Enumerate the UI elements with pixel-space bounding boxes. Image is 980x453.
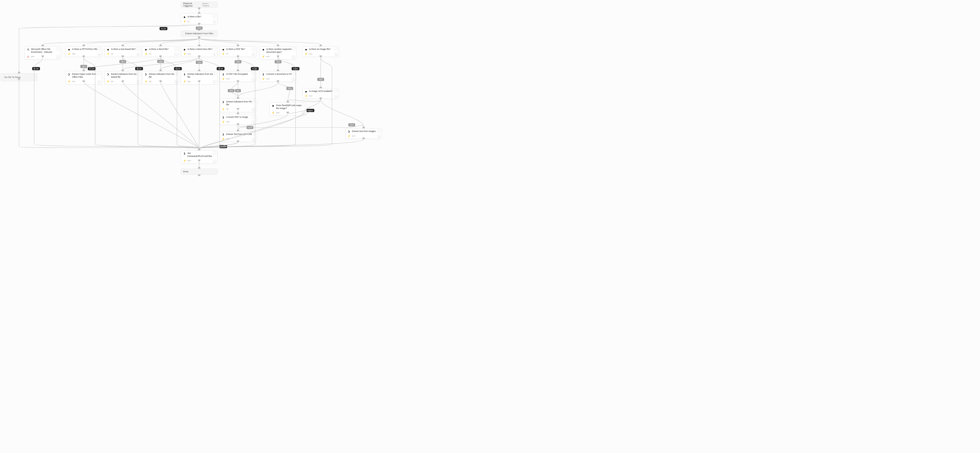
node-extract-hyperlinks[interactable]: Extract Hyper-Links from Office Files #2… (65, 71, 102, 85)
node-id: #1 (188, 20, 215, 22)
pause-button[interactable]: || (334, 95, 338, 98)
pause-button[interactable]: || (174, 53, 178, 56)
node-oletools[interactable]: Microsoft Office File Enrichment - Oleto… (24, 46, 61, 60)
trigger-io-link[interactable]: Inputs / Outputs (202, 2, 215, 7)
diamond-icon (305, 90, 307, 93)
branch-button[interactable]: ⑂ (292, 48, 295, 50)
pause-button[interactable]: || (292, 78, 295, 81)
pause-button[interactable]: || (213, 160, 216, 163)
branch-button[interactable]: ⑂ (377, 129, 381, 132)
node-done[interactable]: Done (181, 169, 218, 174)
node-other-doc[interactable]: Is there another supported document type… (260, 46, 296, 60)
chevron-icon (107, 73, 110, 76)
branch-button[interactable]: ⑂ (213, 15, 216, 18)
pause-button[interactable]: || (334, 53, 338, 56)
branch-button[interactable]: ⑂ (174, 48, 178, 50)
badge-yes: YES (228, 89, 235, 93)
port-in (122, 45, 124, 46)
bolt-icon (305, 94, 307, 97)
pause-button[interactable]: || (377, 135, 381, 138)
branch-button[interactable]: ⑂ (251, 48, 255, 50)
node-extract-text[interactable]: Extract indicators from text-based file … (105, 71, 141, 85)
branch-button[interactable]: ⑂ (251, 72, 255, 75)
pause-button[interactable]: || (251, 78, 255, 81)
title: Convert a document to PDF (266, 73, 294, 76)
badge-else: ELSE (217, 67, 224, 70)
port-in (320, 86, 322, 88)
bolt-icon (222, 52, 225, 55)
node-extract-pdf[interactable]: Extract indicators from PDF file #8 ⑂ || (220, 99, 256, 112)
pause-button[interactable]: || (56, 56, 60, 58)
branch-button[interactable]: ⑂ (251, 132, 255, 136)
pause-button[interactable]: || (251, 108, 255, 111)
chevron-icon (222, 73, 225, 76)
title: Extract indicators from Word file (149, 73, 177, 78)
chevron-icon (183, 73, 186, 76)
branch-button[interactable]: ⑂ (97, 48, 101, 50)
branch-button[interactable]: ⑂ (213, 72, 216, 75)
port-in (363, 126, 365, 128)
badge-else: ELSE (174, 67, 182, 70)
branch-button[interactable]: ⑂ (251, 115, 255, 118)
pause-button[interactable]: || (213, 53, 216, 56)
node-trigger[interactable]: Playbook Triggered Inputs / Outputs (181, 2, 218, 8)
badge-yes: YES (119, 60, 126, 63)
node-extract-word[interactable]: Extract indicators from Word file #11 ⑂ … (142, 71, 179, 85)
bolt-icon (262, 77, 265, 80)
node-extract-docx[interactable]: Extract indicators from docx file #22 ⑂ … (181, 71, 218, 85)
branch-button[interactable]: ⑂ (97, 72, 101, 75)
branch-button[interactable]: ⑂ (137, 48, 140, 50)
title: Extract text from images (352, 130, 380, 133)
pause-button[interactable]: || (301, 112, 305, 115)
diamond-icon (183, 48, 186, 51)
node-id: #18 (188, 160, 215, 162)
branch-button[interactable]: ⑂ (301, 104, 305, 107)
title: Is there a text-based file? (111, 48, 139, 51)
node-readqrcode-support[interactable]: Does ReadQRCode support the image? #28 ⑂… (269, 102, 306, 116)
pause-button[interactable]: || (97, 80, 101, 83)
chevron-icon (222, 100, 225, 104)
node-set-urls[interactable]: Set ExtractedURLsFromFiles #18 ⑂ || (181, 150, 218, 164)
branch-button[interactable]: ⑂ (292, 72, 295, 75)
pause-button[interactable]: || (137, 80, 140, 83)
title: Is PDF File Encrypted (226, 73, 254, 76)
branch-button[interactable]: ⑂ (137, 72, 140, 75)
node-id: #25 (226, 121, 254, 123)
node-no-file[interactable]: No File To Parse (1, 73, 37, 81)
branch-button[interactable]: ⑂ (334, 89, 338, 93)
pause-button[interactable]: || (137, 53, 140, 56)
branch-button[interactable]: ⑂ (251, 100, 255, 103)
branch-button[interactable]: ⑂ (213, 152, 216, 155)
badge-yes: YES (275, 61, 282, 64)
diamond-icon (222, 48, 225, 51)
node-id: #14 (352, 135, 380, 137)
diamond-icon (305, 48, 307, 51)
pause-button[interactable]: || (97, 53, 101, 56)
doc-icon (27, 48, 30, 51)
pause-button[interactable]: || (213, 20, 216, 23)
badge-else: ELSE (220, 145, 227, 148)
pause-button[interactable]: || (174, 80, 178, 83)
port-out (198, 174, 200, 176)
pause-button[interactable]: || (213, 80, 216, 83)
pause-button[interactable]: || (251, 138, 255, 141)
pause-button[interactable]: || (251, 121, 255, 124)
port-in (286, 100, 289, 102)
badge-yes: YES (317, 78, 324, 81)
pause-button[interactable]: || (251, 53, 255, 56)
branch-button[interactable]: ⑂ (174, 72, 178, 75)
badge-else: ELSE (88, 67, 96, 70)
title: Extract indicators from docx file (188, 73, 215, 78)
warn-icon (27, 55, 30, 58)
node-section-extract[interactable]: Extract Indicators From Files (181, 30, 218, 37)
chevron-icon (222, 133, 225, 136)
title: Set ExtractedURLsFromFiles (188, 152, 215, 158)
badge-yes: YES (80, 65, 87, 68)
branch-button[interactable]: ⑂ (334, 48, 338, 50)
badge-yes: YES (286, 87, 293, 90)
branch-button[interactable]: ⑂ (56, 48, 60, 50)
branch-button[interactable]: ⑂ (213, 48, 216, 50)
title: Is there a Word docx file? (188, 48, 215, 51)
bolt-icon (222, 137, 225, 140)
pause-button[interactable]: || (292, 56, 295, 58)
